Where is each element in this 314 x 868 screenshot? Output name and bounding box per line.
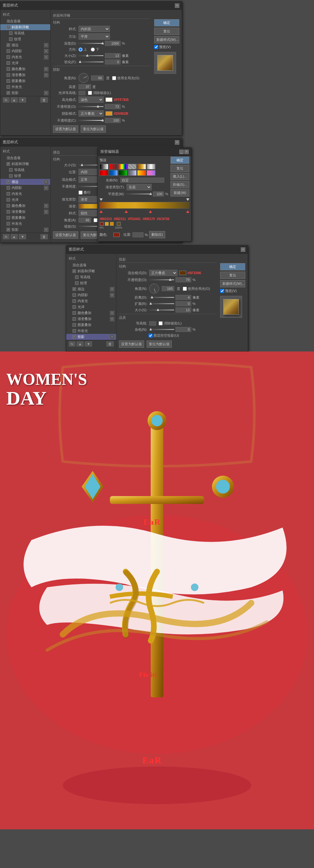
sidebar-pattern-overlay[interactable]: 图案叠加 [0,78,50,84]
stop-swatch-2[interactable] [105,222,109,229]
sidebar-color-overlay[interactable]: 颜色叠加 + [0,66,50,72]
gradient-overlay-checkbox[interactable] [7,73,10,77]
angle-dial[interactable] [78,73,89,83]
ds-blend-select[interactable]: 正片叠底 [149,270,177,276]
fx-delete-btn[interactable]: 🗑 [40,97,48,102]
sidebar3-gradient-overlay-plus[interactable]: + [110,317,114,321]
sidebar3-stroke-plus[interactable]: + [110,287,114,291]
ok-btn-3[interactable]: 确定 [220,263,245,270]
gradient-cancel-btn[interactable]: 复位 [171,165,189,172]
soften-input[interactable]: 0 [105,59,120,64]
inner-shadow-checkbox[interactable] [7,49,10,53]
inner-glow-checkbox[interactable] [7,55,10,59]
drop-shadow-checkbox[interactable] [7,91,10,95]
style-select[interactable]: 内斜面 [78,26,110,32]
preset-rainbow[interactable] [118,164,127,169]
sidebar2-contour[interactable]: 等高线 [0,167,50,173]
direction-up-radio[interactable]: 上 [78,47,87,52]
sidebar3-color-overlay-cb[interactable] [73,311,76,315]
sidebar2-blend-options[interactable]: 混合选项 [0,155,50,161]
sidebar2-color-overlay-plus[interactable]: + [44,204,48,208]
sidebar3-drop-shadow[interactable]: 投影 + [66,334,116,340]
sidebar3-blend[interactable]: 混合选项 [66,262,116,268]
sidebar3-inner-shadow[interactable]: 内阴影 + [66,292,116,298]
ds-contour-preview[interactable] [149,321,156,326]
method-select[interactable]: 平滑 [78,33,110,40]
sidebar2-outer-glow-cb[interactable] [7,222,10,225]
cancel-btn-3[interactable]: 复位 [220,272,245,279]
new-style-btn-3[interactable]: 新建样式(W)... [220,280,245,287]
cancel-btn-1[interactable]: 复位 [154,28,179,35]
ds-angle-dial[interactable] [149,284,159,293]
sidebar3-drop-shadow-cb[interactable] [73,335,76,339]
sidebar3-inner-shadow-plus[interactable]: + [110,293,114,298]
sidebar2-inner-glow-cb[interactable] [7,192,10,195]
gradient-name-input[interactable]: 自定 [120,178,164,183]
shadow-opacity-input[interactable]: 100 [105,118,120,123]
preset-blue2[interactable] [128,170,137,176]
sidebar2-pattern-overlay[interactable]: 图案叠加 [0,215,50,221]
depth-input[interactable]: 1000 [105,41,120,46]
ds-spread-input[interactable]: 0 [176,301,191,306]
sidebar3-contour-cb[interactable] [75,275,78,279]
stroke-angle-input[interactable]: 66 [78,218,91,223]
ds-anti-alias-checkbox[interactable]: 消除锯齿(L) [159,321,181,326]
sidebar-gradient-overlay[interactable]: 渐变叠加 + [0,72,50,78]
sidebar3-inner-glow[interactable]: 内发光 [66,298,116,304]
sidebar2-drop-shadow-cb[interactable] [7,228,10,231]
set-default-btn-1[interactable]: 设置为默认值 [53,125,78,133]
set-default-btn-2[interactable]: 设置为默认值 [53,231,78,239]
sidebar3-texture-cb[interactable] [75,281,78,285]
sidebar2-pattern-overlay-cb[interactable] [7,216,10,219]
gradient-overlay-plus-icon[interactable]: + [44,73,48,78]
sidebar-contour[interactable]: 等高线 [0,30,50,36]
stop-color-1[interactable] [100,222,104,226]
stop-swatch-4[interactable]: 100% [115,222,122,229]
reset-default-btn-3[interactable]: 复位为默认值 [147,340,172,348]
sidebar-inner-glow[interactable]: 内发光 + [0,54,50,60]
sidebar3-inner-glow-cb[interactable] [73,299,76,303]
ds-knockout-checkbox[interactable]: 图层挖空投影(U) [119,333,179,338]
sidebar2-satin-cb[interactable] [7,198,10,202]
stop-color-3[interactable] [110,222,114,226]
ok-btn-1[interactable]: 确定 [154,19,179,26]
sidebar-blend-options[interactable]: 混合选项 [0,18,50,24]
stop-location-input[interactable] [133,232,143,237]
ds-angle-input[interactable]: 165 [162,286,174,291]
sidebar3-satin-cb[interactable] [73,305,76,309]
sidebar2-color-overlay-cb[interactable] [7,204,10,208]
opacity-stop-right[interactable] [186,198,189,201]
preset-checker[interactable] [128,164,137,169]
main-gradient-bar[interactable] [100,202,189,209]
sidebar3-outer-glow-cb[interactable] [73,329,76,333]
sidebar2-drop-shadow[interactable]: 投影 + [0,227,50,232]
sidebar-inner-shadow[interactable]: 内阴影 + [0,48,50,54]
sidebar3-gradient-overlay-cb[interactable] [73,317,76,321]
sidebar3-color-overlay[interactable]: 颜色叠加 + [66,310,116,316]
sidebar2-inner-shadow-plus[interactable]: + [44,186,48,190]
sidebar2-gradient-overlay-cb[interactable] [7,210,10,214]
angle-input[interactable]: 66 [91,75,104,81]
gradient-save-btn[interactable]: 存储(S)... [171,181,189,188]
inner-shadow-plus-icon[interactable]: + [44,49,48,54]
ds-opacity-input[interactable]: 79 [176,277,191,282]
fx-delete-btn-3[interactable]: 🗑 [106,341,114,346]
sidebar3-stroke[interactable]: 描边 + [66,286,116,292]
sidebar-satin[interactable]: 光泽 [0,60,50,66]
gradient-new-btn[interactable]: 新建(W) [171,189,189,196]
stop-swatch-1[interactable]: 0% [100,222,104,229]
sidebar3-pattern-overlay-cb[interactable] [73,323,76,327]
satin-checkbox[interactable] [7,61,10,65]
close-button-2[interactable]: × [175,140,179,145]
sidebar-outer-glow[interactable]: 外发光 [0,84,50,90]
sidebar3-inner-shadow-cb[interactable] [73,293,76,297]
preset-bw[interactable] [100,164,108,169]
set-default-btn-3[interactable]: 设置为默认值 [119,340,144,348]
sidebar-stroke[interactable]: 描边 + [0,42,50,48]
sidebar2-texture[interactable]: 纹理 [0,173,50,179]
close-button-3[interactable]: × [241,247,245,252]
sidebar3-bevel-cb[interactable] [73,270,76,273]
stop-color-2[interactable] [105,222,109,226]
texture-checkbox[interactable] [9,37,12,41]
sidebar2-satin[interactable]: 光泽 [0,197,50,203]
